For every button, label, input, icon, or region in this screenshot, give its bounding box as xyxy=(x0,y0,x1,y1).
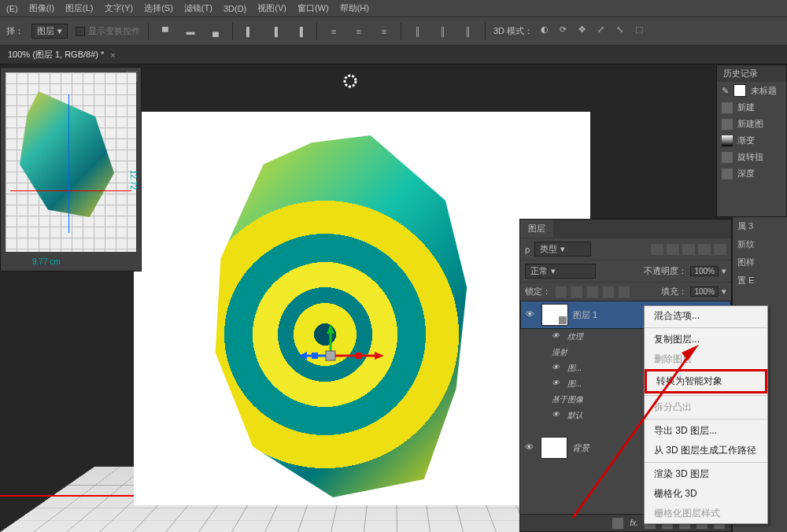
history-step[interactable]: 旋转扭 xyxy=(717,149,786,165)
align-hcenter-icon[interactable]: ▐ xyxy=(266,23,283,40)
close-tab-icon[interactable]: × xyxy=(110,50,115,60)
ruler-y-value: 12.72 xyxy=(129,170,138,190)
layer-thumbnail[interactable] xyxy=(541,304,568,326)
menu-select[interactable]: 选择(S) xyxy=(144,2,173,14)
history-panel: 历史记录 ✎ 未标题 新建 新建图 渐变 旋转扭 深度 xyxy=(716,65,787,217)
menu-filter[interactable]: 滤镜(T) xyxy=(184,2,212,14)
panel-tab[interactable]: 图样 xyxy=(733,253,787,272)
align-top-icon[interactable]: ▀ xyxy=(157,23,174,40)
history-snapshot[interactable]: ✎ 未标题 xyxy=(717,82,786,99)
filter-pixel-icon[interactable] xyxy=(651,244,663,255)
align-bottom-icon[interactable]: ▄ xyxy=(207,23,224,40)
panel-tab[interactable]: 新纹 xyxy=(733,235,787,253)
transform-label: 择： xyxy=(6,25,24,37)
show-transform-controls[interactable]: 显示变换控件 xyxy=(76,25,140,37)
layer-target-select[interactable]: 图层▾ xyxy=(31,24,68,39)
navigator-panel[interactable]: 9.77 cm 12.72 xyxy=(0,67,142,272)
filter-shape-icon[interactable] xyxy=(698,244,711,255)
brush-icon: ✎ xyxy=(722,86,729,96)
visibility-icon[interactable]: 👁 xyxy=(526,309,537,320)
cursor-busy-icon xyxy=(343,74,357,88)
ruler-x-value: 9.77 cm xyxy=(32,257,61,266)
align-vcenter-icon[interactable]: ▬ xyxy=(182,23,199,40)
filter-smart-icon[interactable] xyxy=(714,244,726,255)
menu-help[interactable]: 帮助(H) xyxy=(340,2,369,14)
lock-pixels-icon[interactable] xyxy=(571,286,582,297)
pan-icon[interactable]: ✥ xyxy=(578,24,593,39)
panel-tab[interactable]: 置 E xyxy=(733,272,787,290)
svg-point-9 xyxy=(345,76,356,87)
cube-icon[interactable]: ⬚ xyxy=(635,24,649,39)
menu-edit[interactable]: (E) xyxy=(6,4,18,13)
visibility-icon[interactable]: 👁 xyxy=(525,442,536,453)
distribute-top-icon[interactable]: ≡ xyxy=(325,23,342,40)
align-right-icon[interactable]: ▐ xyxy=(291,23,309,40)
menu-layer[interactable]: 图层(L) xyxy=(65,2,93,14)
distribute-hcenter-icon[interactable]: ║ xyxy=(434,23,452,40)
menu-type[interactable]: 文字(Y) xyxy=(105,2,134,14)
history-step[interactable]: 新建 xyxy=(717,99,786,116)
history-title[interactable]: 历史记录 xyxy=(717,65,786,82)
opacity-label: 不透明度： xyxy=(644,265,687,277)
filter-type-icon[interactable] xyxy=(682,244,695,255)
menu-view[interactable]: 视图(V) xyxy=(257,2,286,14)
svg-marker-11 xyxy=(682,345,699,360)
lock-transparent-icon[interactable] xyxy=(556,286,567,297)
layer-filter-select[interactable]: 类型▾ xyxy=(534,242,591,257)
panel-tab[interactable]: 属 3 xyxy=(733,217,787,235)
slide-icon[interactable]: ⤢ xyxy=(597,24,611,39)
blend-mode-select[interactable]: 正常▾ xyxy=(525,264,596,279)
fill-value[interactable]: 100% xyxy=(690,286,719,297)
distribute-right-icon[interactable]: ║ xyxy=(460,23,477,40)
menu-3d[interactable]: 3D(D) xyxy=(224,4,246,13)
align-left-icon[interactable]: ▌ xyxy=(241,23,258,40)
distribute-left-icon[interactable]: ║ xyxy=(409,23,427,40)
menu-image[interactable]: 图像(I) xyxy=(29,2,54,14)
opacity-value[interactable]: 100% xyxy=(690,266,719,276)
history-step[interactable]: 新建图 xyxy=(717,116,786,132)
lock-position-icon[interactable] xyxy=(587,286,598,297)
3d-mode-label: 3D 模式： xyxy=(493,25,533,37)
annotation-arrow xyxy=(549,345,707,526)
options-bar: 择： 图层▾ 显示变换控件 ▀ ▬ ▄ ▌ ▐ ▐ ≡ ≡ ≡ ║ ║ ║ 3D… xyxy=(0,17,787,46)
distribute-bottom-icon[interactable]: ≡ xyxy=(375,23,393,40)
svg-line-10 xyxy=(573,353,691,518)
scale-icon[interactable]: ⤡ xyxy=(616,24,630,39)
lock-all-icon[interactable] xyxy=(619,286,630,297)
lock-artboard-icon[interactable] xyxy=(603,286,614,297)
menu-window[interactable]: 窗口(W) xyxy=(297,2,329,14)
layers-tab[interactable]: 图层 xyxy=(520,220,553,238)
navigator-preview[interactable] xyxy=(6,72,136,252)
rotate-icon[interactable]: ⟳ xyxy=(560,24,574,39)
filter-adjust-icon[interactable] xyxy=(667,244,679,255)
menu-bar: (E) 图像(I) 图层(L) 文字(Y) 选择(S) 滤镜(T) 3D(D) … xyxy=(0,0,787,17)
document-tabs: 100% (图层 1, RGB/8#) * × xyxy=(0,46,787,65)
fill-label: 填充： xyxy=(661,286,687,297)
menu-blend-options[interactable]: 混合选项... xyxy=(645,306,767,326)
history-step[interactable]: 渐变 xyxy=(717,132,786,149)
distribute-vcenter-icon[interactable]: ≡ xyxy=(350,23,368,40)
3d-badge-icon xyxy=(559,316,567,324)
document-tab[interactable]: 100% (图层 1, RGB/8#) * × xyxy=(8,49,116,61)
lock-label: 锁定： xyxy=(525,286,551,297)
visibility-icon[interactable]: 👁 xyxy=(552,331,563,342)
history-step[interactable]: 深度 xyxy=(717,165,786,182)
orbit-icon[interactable]: ◐ xyxy=(541,24,555,39)
